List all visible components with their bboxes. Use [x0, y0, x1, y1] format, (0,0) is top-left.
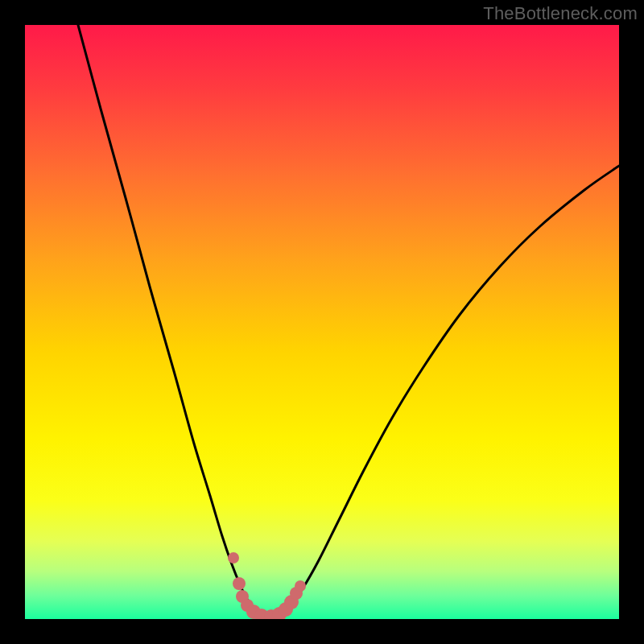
minimum-dot — [228, 552, 239, 564]
minimum-dot — [295, 580, 306, 592]
chart-frame — [25, 25, 619, 619]
minimum-dot — [233, 577, 246, 590]
watermark-text: TheBottleneck.com — [483, 3, 638, 24]
curve-minimum-dots — [25, 25, 619, 619]
